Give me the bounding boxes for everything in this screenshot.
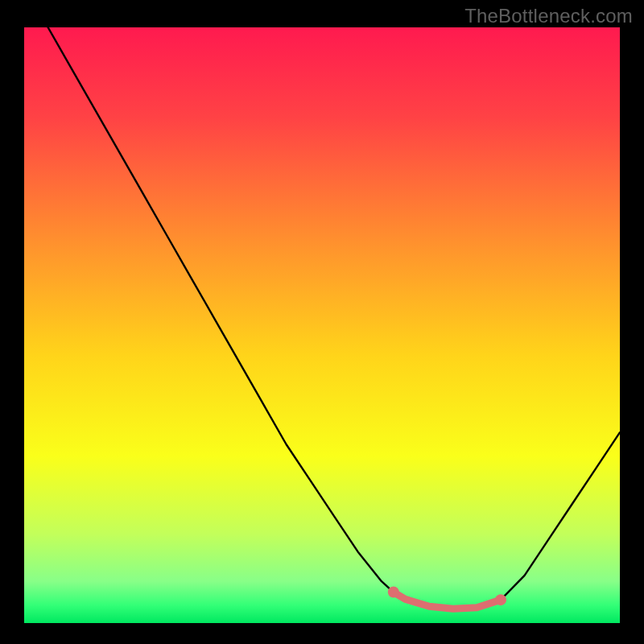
watermark-text: TheBottleneck.com <box>464 5 633 27</box>
chart-container: TheBottleneck.com <box>0 0 644 644</box>
highlight-dot-left <box>388 587 399 598</box>
highlight-segment <box>394 592 501 609</box>
curve-line <box>48 27 620 609</box>
plot-svg <box>24 27 620 623</box>
plot-area <box>24 27 620 623</box>
highlight-dot-right <box>495 594 506 605</box>
